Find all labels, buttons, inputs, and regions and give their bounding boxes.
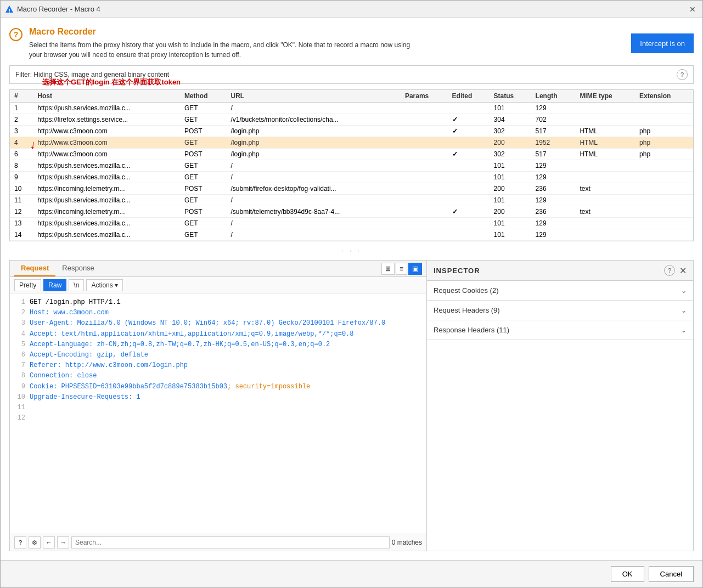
actions-button[interactable]: Actions ▾ (86, 279, 123, 291)
table-cell-mime-type: text (575, 206, 635, 218)
accordion-container: Request Cookies (2)⌄Request Headers (9)⌄… (427, 281, 693, 340)
table-row[interactable]: 2https://firefox.settings.service...GET/… (10, 114, 693, 126)
search-help-button[interactable]: ? (14, 536, 26, 549)
table-cell-extension: php (635, 126, 693, 137)
accordion-label: Request Headers (9) (434, 306, 500, 314)
table-row[interactable]: 9https://push.services.mozilla.c...GET/1… (10, 172, 693, 183)
table-cell-mime-type: HTML (575, 137, 635, 149)
table-cell-host: https://push.services.mozilla.c... (33, 229, 180, 241)
table-cell-method: GET (180, 160, 227, 172)
table-row[interactable]: 4http://www.c3moon.comGET/login.php20019… (10, 137, 693, 149)
table-cell-edited (448, 103, 490, 114)
tab-request[interactable]: Request (14, 261, 55, 276)
bottom-section: Request Response ⊞ ≡ ▣ Pretty Raw \n Act (9, 260, 694, 551)
inspector-panel: INSPECTOR ? ✕ Request Cookies (2)⌄Reques… (427, 261, 693, 551)
table-cell-status: 302 (490, 149, 531, 160)
intercept-button[interactable]: Intercept is on (631, 33, 694, 53)
table-cell-method: GET (180, 137, 227, 149)
table-cell-extension (635, 229, 693, 241)
table-cell-extension (635, 160, 693, 172)
table-row[interactable]: 3http://www.c3moon.comPOST/login.php✓302… (10, 126, 693, 137)
view-btn-group: ⊞ ≡ ▣ (381, 263, 422, 275)
table-row[interactable]: 12https://incoming.telemetry.m...POST/su… (10, 206, 693, 218)
line-number: 9 (14, 382, 25, 392)
list-view-button[interactable]: ≡ (396, 263, 407, 275)
table-cell-url: / (227, 229, 401, 241)
pretty-button[interactable]: Pretty (14, 279, 41, 291)
table-cell-extension (635, 195, 693, 206)
col-status: Status (490, 90, 531, 103)
table-cell-url: /submit/telemetry/bb394d9c-8aa7-4... (227, 206, 401, 218)
table-cell-mime-type (575, 229, 635, 241)
table-cell-#: 13 (10, 218, 33, 229)
raw-button[interactable]: Raw (43, 279, 66, 291)
table-cell-edited: ✓ (448, 149, 490, 160)
tabs-bar: Request Response ⊞ ≡ ▣ (10, 261, 426, 277)
table-cell-mime-type (575, 172, 635, 183)
search-settings-button[interactable]: ⚙ (29, 536, 41, 549)
accordion-item: Request Headers (9)⌄ (427, 301, 693, 320)
ok-button[interactable]: OK (611, 566, 644, 582)
table-cell-#: 12 (10, 206, 33, 218)
chevron-down-icon: ⌄ (681, 326, 687, 334)
actions-label: Actions (91, 281, 113, 289)
table-row[interactable]: 1https://push.services.mozilla.c...GET/1… (10, 103, 693, 114)
newline-button[interactable]: \n (69, 279, 84, 291)
accordion-header[interactable]: Request Cookies (2)⌄ (427, 281, 693, 300)
accordion-header[interactable]: Request Headers (9)⌄ (427, 301, 693, 320)
table-cell-#: 11 (10, 195, 33, 206)
table-cell-edited (448, 160, 490, 172)
accordion-header[interactable]: Response Headers (11)⌄ (427, 320, 693, 340)
search-input[interactable] (71, 536, 390, 549)
table-cell-status: 101 (490, 229, 531, 241)
inspector-help-button[interactable]: ? (664, 265, 675, 276)
table-row[interactable]: 8https://push.services.mozilla.c...GET/1… (10, 160, 693, 172)
search-back-button[interactable]: ← (43, 536, 55, 549)
pane-view-button[interactable]: ▣ (408, 263, 422, 275)
code-line: 11 (14, 403, 422, 413)
inspector-close-button[interactable]: ✕ (679, 265, 687, 276)
tab-response[interactable]: Response (55, 261, 101, 276)
table-cell-edited: ✓ (448, 114, 490, 126)
table-cell-params (401, 114, 448, 126)
table-cell-status: 101 (490, 218, 531, 229)
table-cell-status: 101 (490, 103, 531, 114)
table-row[interactable]: 11https://push.services.mozilla.c...GET/… (10, 195, 693, 206)
table-cell-length: 702 (531, 114, 576, 126)
table-cell-params (401, 195, 448, 206)
proxy-table-container[interactable]: # Host Method URL Params Edited Status L… (9, 89, 694, 241)
table-cell-status: 302 (490, 126, 531, 137)
table-cell-extension (635, 172, 693, 183)
table-cell-method: GET (180, 172, 227, 183)
grid-view-button[interactable]: ⊞ (381, 263, 395, 275)
table-cell-length: 1952 (531, 137, 576, 149)
close-button[interactable]: ✕ (687, 4, 698, 15)
code-line: 10Upgrade-Insecure-Requests: 1 (14, 392, 422, 403)
line-number: 3 (14, 318, 25, 329)
table-cell-mime-type (575, 195, 635, 206)
table-header-row: # Host Method URL Params Edited Status L… (10, 90, 693, 103)
table-row[interactable]: 6http://www.c3moon.comPOST/login.php✓302… (10, 149, 693, 160)
table-cell-host: http://www.c3moon.com (33, 149, 180, 160)
table-cell-url: / (227, 195, 401, 206)
table-cell-url: / (227, 103, 401, 114)
table-cell-edited (448, 229, 490, 241)
table-row[interactable]: 14https://push.services.mozilla.c...GET/… (10, 229, 693, 241)
cancel-button[interactable]: Cancel (649, 566, 694, 582)
table-row[interactable]: 13https://push.services.mozilla.c...GET/… (10, 218, 693, 229)
table-cell-extension (635, 114, 693, 126)
table-cell-host: https://push.services.mozilla.c... (33, 218, 180, 229)
line-number: 2 (14, 308, 25, 318)
table-cell-mime-type (575, 160, 635, 172)
table-cell-status: 101 (490, 172, 531, 183)
divider: · · · (9, 247, 694, 255)
table-row[interactable]: 10https://incoming.telemetry.m...POST/su… (10, 183, 693, 195)
table-cell-status: 200 (490, 206, 531, 218)
table-cell-length: 129 (531, 160, 576, 172)
app-icon (5, 5, 14, 14)
col-params: Params (401, 90, 448, 103)
info-icon: ? (9, 28, 23, 41)
search-forward-button[interactable]: → (57, 536, 69, 549)
filter-help-button[interactable]: ? (677, 69, 688, 80)
table-cell-extension: php (635, 149, 693, 160)
